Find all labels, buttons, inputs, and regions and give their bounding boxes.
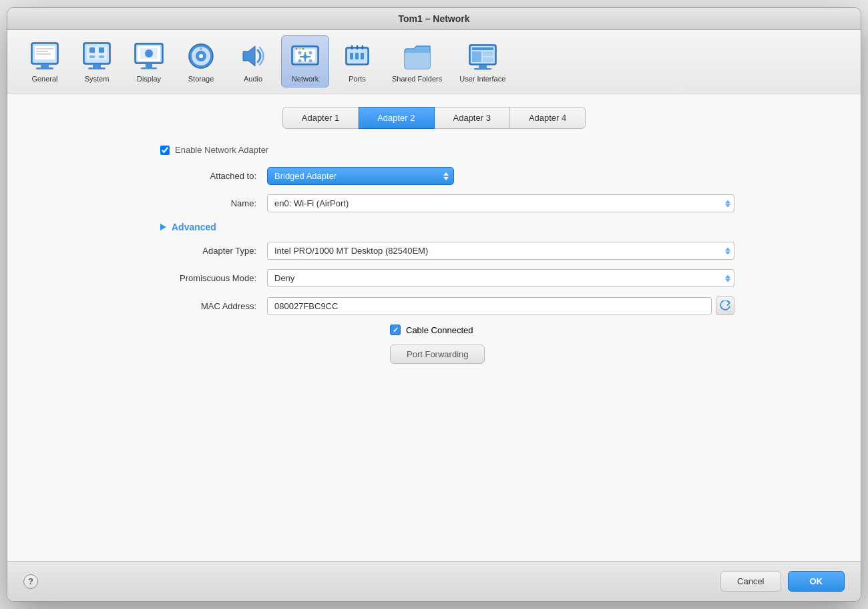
svg-point-28 (200, 47, 202, 50)
attached-to-control: Bridged Adapter NAT NAT Network Internal… (267, 167, 734, 185)
toolbar-item-display[interactable]: Display (125, 36, 173, 87)
toolbar-network-label: Network (292, 75, 318, 83)
shared-folders-icon (401, 40, 433, 72)
toolbar-display-label: Display (137, 75, 161, 83)
name-row: Name: en0: Wi-Fi (AirPort) en1: Thunderb… (134, 194, 734, 212)
promiscuous-mode-select[interactable]: Deny Allow VMs Allow All (267, 269, 734, 287)
cancel-button[interactable]: Cancel (720, 571, 781, 592)
system-icon (81, 40, 113, 72)
attached-to-label: Attached to: (134, 171, 267, 181)
svg-rect-21 (141, 67, 157, 69)
general-icon (29, 40, 61, 72)
svg-point-33 (296, 48, 298, 50)
main-content: Adapter 1 Adapter 2 Adapter 3 Adapter 4 … (7, 93, 861, 561)
adapter-type-label: Adapter Type: (134, 246, 267, 256)
svg-point-40 (309, 59, 312, 63)
name-select-wrapper: en0: Wi-Fi (AirPort) en1: Thunderbolt 1 … (267, 194, 734, 212)
adapter-type-select-wrapper: Intel PRO/1000 MT Desktop (82540EM) Inte… (267, 242, 734, 260)
adapter-tabs: Adapter 1 Adapter 2 Adapter 3 Adapter 4 (27, 107, 841, 129)
action-buttons: Cancel OK (720, 571, 845, 592)
svg-rect-2 (35, 46, 55, 59)
toolbar-item-audio[interactable]: Audio (229, 36, 277, 87)
promiscuous-select-wrapper: Deny Allow VMs Allow All (267, 269, 734, 287)
titlebar: Tom1 – Network (7, 8, 861, 30)
mac-address-control (267, 296, 734, 315)
mac-address-row: MAC Address: (134, 296, 734, 315)
promiscuous-mode-row: Promiscuous Mode: Deny Allow VMs Allow A… (134, 269, 734, 287)
advanced-triangle-icon (160, 224, 166, 230)
attached-to-select[interactable]: Bridged Adapter NAT NAT Network Internal… (267, 167, 454, 185)
toolbar: General System (7, 30, 861, 93)
main-window: Tom1 – Network General (7, 7, 861, 602)
adapter-tab-3[interactable]: Adapter 3 (435, 107, 510, 129)
name-label: Name: (134, 198, 267, 208)
svg-point-39 (298, 59, 302, 63)
window-title: Tom1 – Network (398, 13, 469, 24)
display-icon (133, 40, 165, 72)
svg-rect-50 (483, 51, 493, 56)
cable-connected-checkbox[interactable] (390, 325, 401, 335)
svg-point-27 (199, 54, 203, 58)
svg-rect-20 (146, 63, 152, 67)
refresh-icon (720, 300, 730, 311)
svg-point-23 (145, 49, 153, 57)
svg-rect-52 (479, 65, 487, 68)
ok-button[interactable]: OK (788, 571, 845, 592)
bottom-bar: ? Cancel OK (7, 561, 861, 601)
toolbar-item-network[interactable]: Network (281, 35, 329, 87)
toolbar-system-label: System (85, 75, 110, 83)
toolbar-item-system[interactable]: System (73, 36, 121, 87)
enable-adapter-row: Enable Network Adapter (134, 145, 734, 155)
toolbar-user-interface-label: User Interface (459, 75, 505, 83)
svg-rect-4 (36, 67, 53, 69)
port-forwarding-button[interactable]: Port Forwarding (390, 345, 485, 364)
svg-rect-11 (89, 47, 95, 53)
toolbar-item-storage[interactable]: Storage (177, 36, 225, 87)
svg-rect-43 (350, 53, 353, 59)
toolbar-item-ports[interactable]: Ports (333, 36, 381, 87)
svg-rect-16 (88, 67, 105, 69)
audio-icon (237, 40, 269, 72)
port-forwarding-row: Port Forwarding (134, 345, 734, 364)
enable-adapter-checkbox[interactable] (160, 146, 170, 155)
enable-adapter-label: Enable Network Adapter (175, 145, 268, 155)
mac-refresh-button[interactable] (716, 296, 734, 315)
user-interface-icon (467, 40, 499, 72)
ports-icon (341, 40, 373, 72)
svg-point-34 (299, 48, 301, 50)
svg-point-35 (302, 48, 304, 50)
svg-rect-3 (41, 64, 49, 67)
storage-icon (185, 40, 217, 72)
cable-connected-row: Cable Connected (134, 325, 734, 335)
adapter-tab-2[interactable]: Adapter 2 (359, 107, 434, 129)
advanced-section: Advanced Adapter Type: Intel PRO/1000 MT… (134, 222, 734, 364)
svg-rect-12 (99, 47, 104, 53)
svg-point-37 (298, 51, 302, 55)
svg-point-38 (309, 51, 312, 55)
adapter-tab-1[interactable]: Adapter 1 (282, 107, 359, 129)
svg-rect-44 (355, 53, 359, 59)
toolbar-ports-label: Ports (349, 75, 366, 83)
promiscuous-mode-control: Deny Allow VMs Allow All (267, 269, 734, 287)
promiscuous-mode-label: Promiscuous Mode: (134, 273, 267, 283)
svg-rect-49 (472, 51, 481, 62)
toolbar-storage-label: Storage (188, 75, 214, 83)
adapter-type-select[interactable]: Intel PRO/1000 MT Desktop (82540EM) Inte… (267, 242, 734, 260)
form-area: Enable Network Adapter Attached to: Brid… (134, 145, 734, 364)
toolbar-item-user-interface[interactable]: User Interface (453, 36, 512, 87)
attached-to-row: Attached to: Bridged Adapter NAT NAT Net… (134, 167, 734, 185)
svg-marker-29 (243, 46, 255, 66)
adapter-tab-4[interactable]: Adapter 4 (510, 107, 586, 129)
svg-point-36 (303, 55, 307, 59)
cable-connected-label: Cable Connected (406, 325, 473, 335)
svg-rect-13 (89, 55, 95, 58)
name-control: en0: Wi-Fi (AirPort) en1: Thunderbolt 1 … (267, 194, 734, 212)
advanced-header[interactable]: Advanced (134, 222, 734, 232)
name-select[interactable]: en0: Wi-Fi (AirPort) en1: Thunderbolt 1 … (267, 194, 734, 212)
toolbar-item-shared-folders[interactable]: Shared Folders (385, 36, 449, 87)
toolbar-general-label: General (31, 75, 57, 83)
toolbar-audio-label: Audio (244, 75, 262, 83)
help-button[interactable]: ? (23, 574, 38, 589)
toolbar-item-general[interactable]: General (21, 36, 69, 87)
mac-address-input[interactable] (267, 297, 712, 315)
